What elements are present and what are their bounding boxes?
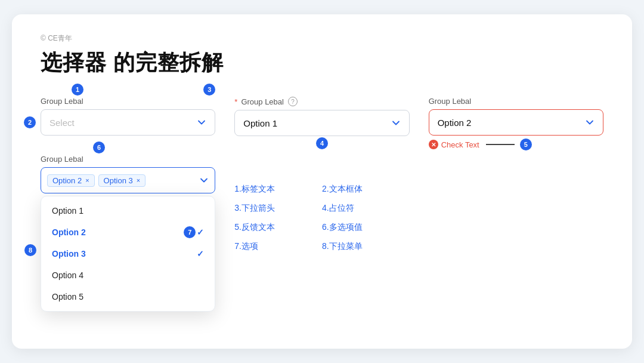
badge-2: 2	[24, 116, 36, 128]
dropdown-item-4[interactable]: Option 4	[41, 264, 215, 286]
col1: 1 3 Group Lebal 2 Select	[41, 97, 215, 321]
col2: * Group Lebal ? Option 1 4 1.标签文本	[234, 97, 409, 252]
check-icon-2: ✓	[197, 227, 204, 237]
col2-group: * Group Lebal ? Option 1 4	[234, 97, 409, 136]
col3-select-box[interactable]: Option 2	[429, 109, 603, 136]
col3-arrow-icon	[585, 118, 595, 127]
page: © CE青年 选择器 的完整拆解 1 3 Group Lebal 2 Selec…	[12, 14, 632, 349]
check-icon-3: ✓	[197, 249, 204, 259]
col3-value: Option 2	[438, 118, 585, 128]
dropdown-arrow-icon	[197, 118, 206, 127]
badge-3: 3	[203, 84, 215, 96]
legend-1: 1.标签文本	[234, 184, 322, 195]
col2-label: * Group Lebal ?	[234, 97, 409, 106]
badge-7: 7	[184, 226, 196, 238]
dropdown-item-1[interactable]: Option 1	[41, 200, 215, 222]
legend-6: 6.多选项值	[322, 222, 410, 233]
col3: Group Lebal Option 2 ✕ Check Text 5	[429, 97, 603, 162]
legend-4: 4.占位符	[322, 203, 410, 214]
tag-option2[interactable]: Option 2 ×	[47, 174, 95, 187]
multi-select-box[interactable]: Option 2 × Option 3 ×	[41, 167, 215, 193]
page-title: 选择器 的完整拆解	[41, 48, 603, 78]
col2-value: Option 1	[243, 118, 391, 128]
badge-6: 6	[93, 141, 105, 153]
badge-1: 1	[72, 84, 83, 96]
dropdown-item-5[interactable]: Option 5	[41, 286, 215, 307]
simple-select-label: Group Lebal	[41, 97, 215, 106]
dropdown-item-3[interactable]: Option 3 ✓	[41, 243, 215, 264]
dropdown-menu: 8 Option 1 Option 2 7 ✓ Option 3 ✓	[41, 196, 215, 312]
legend-2: 2.文本框体	[322, 184, 410, 195]
tag-option3[interactable]: Option 3 ×	[98, 174, 146, 187]
multi-select-group: 6 Group Lebal Option 2 × Option 3 ×	[41, 155, 215, 309]
legend-5: 5.反馈文本	[234, 222, 322, 233]
brand-label: © CE青年	[41, 33, 603, 44]
simple-select-box[interactable]: Select	[41, 109, 215, 136]
error-text: Check Text	[441, 140, 479, 149]
badge-5: 5	[520, 139, 532, 150]
legend-7: 7.选项	[234, 241, 322, 252]
col2-arrow-icon	[391, 118, 401, 128]
tag-close-option3[interactable]: ×	[137, 177, 140, 184]
badge-4: 4	[316, 137, 328, 149]
legend-3: 3.下拉箭头	[234, 203, 322, 214]
error-circle-icon: ✕	[429, 140, 438, 149]
select-placeholder: Select	[49, 118, 197, 128]
simple-select-group: 1 3 Group Lebal 2 Select	[41, 97, 215, 136]
legend-8: 8.下拉菜单	[322, 241, 410, 252]
multi-dropdown-arrow-icon	[199, 176, 209, 185]
feedback-line	[486, 144, 515, 145]
col3-label: Group Lebal	[429, 97, 603, 106]
main-grid: 1 3 Group Lebal 2 Select	[41, 97, 603, 321]
multi-select-label: Group Lebal	[41, 155, 215, 164]
required-star: *	[234, 97, 237, 106]
tag-close-option2[interactable]: ×	[85, 177, 89, 184]
feedback-error: ✕ Check Text 5	[429, 139, 603, 150]
help-icon[interactable]: ?	[288, 97, 298, 106]
legend-grid: 1.标签文本 2.文本框体 3.下拉箭头 4.占位符 5.反馈文本 6.多选项值…	[234, 184, 409, 252]
col2-select-box[interactable]: Option 1	[234, 110, 409, 136]
col3-group: Group Lebal Option 2 ✕ Check Text 5	[429, 97, 603, 150]
dropdown-item-2[interactable]: Option 2 7 ✓	[41, 222, 215, 243]
badge-8: 8	[24, 244, 36, 256]
